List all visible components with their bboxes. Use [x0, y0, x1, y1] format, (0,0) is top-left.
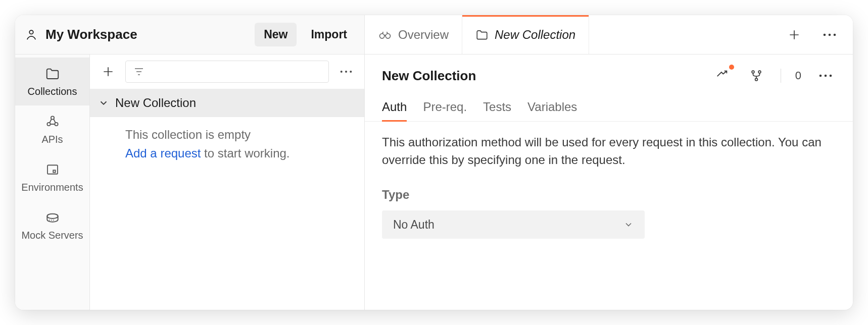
- workspace-actions: New Import: [255, 23, 364, 46]
- svg-point-1: [380, 33, 384, 38]
- subtab-tests[interactable]: Tests: [483, 100, 511, 121]
- svg-point-11: [341, 71, 343, 73]
- divider: [781, 69, 781, 83]
- fork-count: 0: [795, 69, 801, 82]
- tab-label: Overview: [398, 28, 449, 42]
- sidebar-more-button[interactable]: [336, 62, 356, 82]
- auth-type-field: Type No Auth: [382, 186, 836, 239]
- workspace-name[interactable]: My Workspace: [45, 27, 248, 42]
- tab-new-collection[interactable]: New Collection: [462, 15, 589, 54]
- type-label: Type: [382, 186, 836, 204]
- detail-actions: 0: [712, 66, 836, 86]
- import-button[interactable]: Import: [302, 23, 356, 46]
- binoculars-icon: [378, 28, 392, 42]
- tabs-area: Overview New Collection: [365, 15, 853, 54]
- svg-point-13: [350, 71, 352, 73]
- subtab-variables[interactable]: Variables: [527, 100, 577, 121]
- folder-icon: [475, 28, 489, 41]
- tab-actions: [771, 15, 853, 54]
- tab-overview[interactable]: Overview: [365, 15, 462, 54]
- svg-point-7: [47, 123, 50, 126]
- auth-description: This authorization method will be used f…: [382, 134, 836, 169]
- svg-point-18: [825, 75, 827, 77]
- collection-name: New Collection: [115, 96, 196, 110]
- svg-point-17: [819, 75, 822, 77]
- fork-button[interactable]: [746, 66, 766, 86]
- environment-icon: [45, 162, 60, 177]
- api-icon: [45, 114, 60, 129]
- nav-rail: Collections APIs Environ: [15, 55, 90, 310]
- svg-point-12: [345, 71, 347, 73]
- user-icon: [24, 28, 38, 42]
- app-window: My Workspace New Import Overview: [15, 15, 853, 310]
- svg-point-4: [829, 33, 831, 36]
- nav-label: APIs: [17, 134, 87, 145]
- svg-point-15: [758, 71, 761, 73]
- chevron-down-icon: [98, 97, 109, 109]
- auth-type-select[interactable]: No Auth: [382, 210, 645, 239]
- sidebar-toolbar: [90, 55, 364, 89]
- detail-header: New Collection 0: [365, 55, 853, 91]
- svg-rect-10: [53, 170, 55, 172]
- nav-label: Environments: [17, 182, 87, 193]
- empty-state: This collection is empty Add a request t…: [90, 117, 364, 162]
- svg-point-8: [55, 123, 58, 126]
- select-value: No Auth: [393, 216, 435, 233]
- svg-point-2: [385, 33, 390, 38]
- nav-label: Mock Servers: [17, 230, 87, 241]
- notification-dot-icon: [729, 65, 734, 70]
- main-panel: New Collection 0: [365, 55, 853, 310]
- svg-point-3: [824, 33, 826, 36]
- nav-environments[interactable]: Environments: [15, 153, 89, 201]
- server-icon: [44, 209, 61, 226]
- subtab-prereq[interactable]: Pre-req.: [423, 100, 467, 121]
- topbar: My Workspace New Import Overview: [15, 15, 853, 55]
- svg-point-5: [834, 33, 836, 36]
- share-button[interactable]: [712, 66, 732, 86]
- nav-apis[interactable]: APIs: [15, 105, 89, 153]
- body: Collections APIs Environ: [15, 55, 853, 310]
- empty-suffix: to start working.: [201, 146, 290, 160]
- new-button[interactable]: New: [255, 23, 297, 46]
- svg-point-16: [755, 78, 757, 81]
- sidebar: New Collection This collection is empty …: [90, 55, 365, 310]
- filter-input[interactable]: [125, 61, 329, 83]
- folder-icon: [45, 66, 60, 81]
- svg-rect-9: [47, 165, 58, 174]
- collection-tree-item[interactable]: New Collection: [90, 89, 364, 117]
- nav-collections[interactable]: Collections: [15, 58, 89, 105]
- svg-point-0: [29, 30, 33, 34]
- workspace-header: My Workspace New Import: [15, 15, 365, 54]
- empty-text: This collection is empty: [125, 125, 359, 144]
- chevron-down-icon: [623, 220, 634, 230]
- nav-mock-servers[interactable]: Mock Servers: [15, 201, 89, 249]
- subtab-auth[interactable]: Auth: [382, 100, 407, 121]
- svg-point-19: [830, 75, 832, 77]
- filter-icon: [133, 66, 145, 78]
- add-request-link[interactable]: Add a request: [125, 146, 201, 160]
- svg-point-14: [752, 71, 754, 73]
- collection-title[interactable]: New Collection: [382, 68, 712, 84]
- create-button[interactable]: [98, 62, 118, 82]
- auth-panel: This authorization method will be used f…: [365, 122, 853, 251]
- subtabs: Auth Pre-req. Tests Variables: [365, 91, 853, 122]
- tab-label: New Collection: [495, 28, 575, 42]
- more-tabs-button[interactable]: [819, 25, 840, 45]
- new-tab-button[interactable]: [784, 25, 804, 45]
- detail-more-button[interactable]: [815, 66, 836, 86]
- nav-label: Collections: [17, 86, 87, 97]
